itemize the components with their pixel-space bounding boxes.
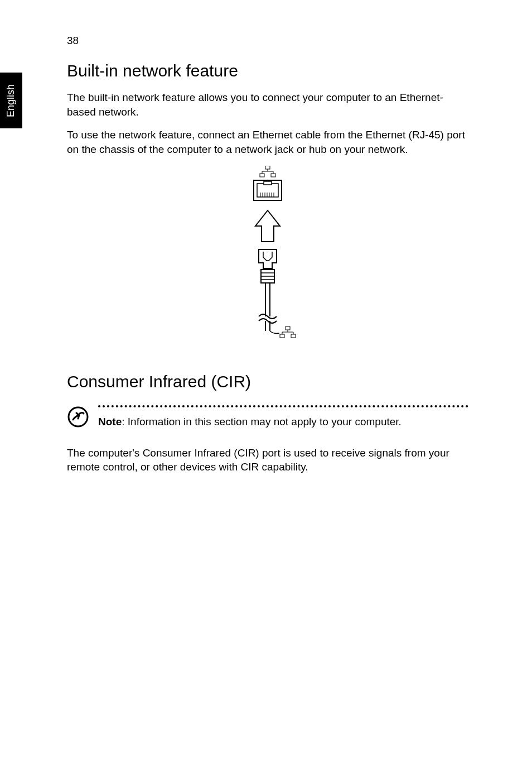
svg-rect-6 xyxy=(271,174,275,177)
note-content: Note: Information in this section may no… xyxy=(94,403,468,429)
language-label: English xyxy=(6,84,17,117)
note-text: Note: Information in this section may no… xyxy=(98,415,468,429)
paragraph-network-intro: The built-in network feature allows you … xyxy=(67,90,468,119)
svg-rect-0 xyxy=(265,166,270,169)
svg-marker-17 xyxy=(255,210,280,242)
section-title-network: Built-in network feature xyxy=(67,61,468,80)
note-icon xyxy=(67,403,94,430)
svg-rect-26 xyxy=(286,326,290,330)
svg-rect-5 xyxy=(260,174,264,177)
svg-rect-32 xyxy=(291,334,296,338)
svg-rect-31 xyxy=(280,334,284,338)
ethernet-diagram-icon xyxy=(237,166,298,350)
note-block: Note: Information in this section may no… xyxy=(67,403,468,430)
page-number: 38 xyxy=(67,35,79,47)
page-content: Built-in network feature The built-in ne… xyxy=(67,61,468,483)
ethernet-figure xyxy=(67,166,468,350)
language-side-tab: English xyxy=(0,73,22,128)
dotted-rule xyxy=(98,403,468,409)
svg-rect-9 xyxy=(264,181,272,185)
paragraph-network-howto: To use the network feature, connect an E… xyxy=(67,128,468,156)
section-title-cir: Consumer Infrared (CIR) xyxy=(67,372,468,391)
paragraph-cir: The computer's Consumer Infrared (CIR) p… xyxy=(67,446,468,474)
